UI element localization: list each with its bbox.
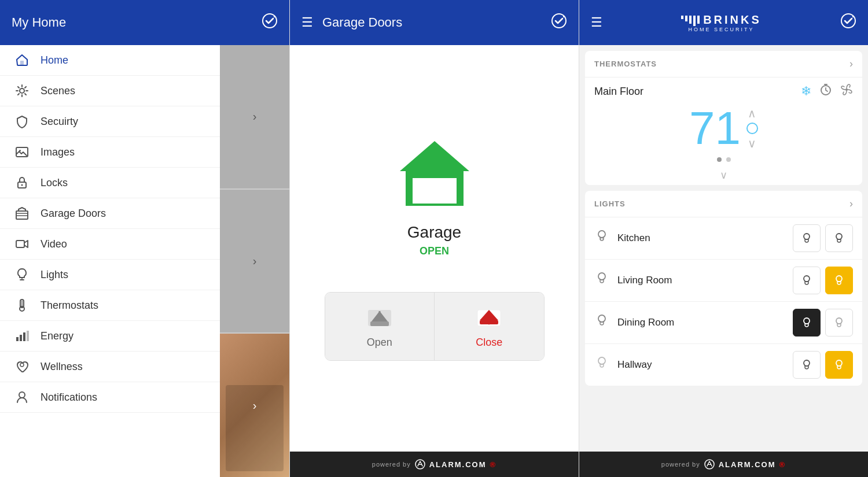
svg-point-54: [804, 234, 810, 239]
svg-line-11: [18, 94, 19, 95]
sidebar-item-home[interactable]: Home: [0, 45, 220, 76]
svg-line-9: [25, 94, 26, 95]
garage-icon: [12, 206, 32, 220]
thermostats-icon: [12, 298, 32, 312]
svg-point-31: [552, 14, 566, 28]
svg-rect-26: [20, 335, 22, 341]
svg-point-30: [19, 392, 25, 398]
sidebar-item-thermostats[interactable]: Thermostats: [0, 290, 220, 321]
hallway-off-button[interactable]: [793, 351, 821, 379]
brinks-logo: BRINKS HOME SECURITY: [681, 13, 762, 32]
lights-section-header[interactable]: LIGHTS ›: [585, 191, 862, 217]
svg-rect-43: [480, 320, 498, 324]
light-name-kitchen: Kitchen: [617, 232, 650, 244]
sidebar-item-wellness[interactable]: Wellness: [0, 352, 220, 382]
bulb-icon-dining: [594, 313, 609, 332]
hamburger-icon[interactable]: ☰: [301, 15, 313, 30]
brinks-footer-brand-name: ALARM.COM: [719, 460, 776, 469]
garage-close-button[interactable]: Close: [435, 293, 544, 360]
svg-rect-16: [16, 211, 28, 219]
sidebar-item-energy-label: Energy: [41, 330, 73, 342]
sidebar-item-lights[interactable]: Lights: [0, 260, 220, 290]
svg-point-0: [263, 14, 277, 28]
sidebar-item-energy[interactable]: Energy: [0, 321, 220, 352]
brinks-status-icon[interactable]: [840, 13, 856, 32]
garage-buttons: Open Close: [325, 292, 545, 361]
hallway-on-button[interactable]: [825, 351, 853, 379]
light-btns-kitchen: [793, 224, 853, 252]
brinks-name: BRINKS: [703, 13, 762, 27]
svg-rect-19: [16, 241, 24, 247]
light-btns-hallway: [793, 351, 853, 379]
lights-card: LIGHTS › Kitchen: [585, 191, 862, 386]
panel-myhome: My Home Home: [0, 0, 289, 477]
thermostats-section-title: THERMOSTATS: [594, 60, 657, 68]
timer-icon[interactable]: [819, 83, 832, 99]
thermostats-section-header[interactable]: THERMOSTATS ›: [585, 51, 862, 77]
panel-garage: ☰ Garage Doors Garage OPEN: [289, 0, 579, 477]
light-btns-living: [793, 267, 853, 294]
sidebar-item-security-label: Secuirty: [41, 116, 78, 128]
living-on-button[interactable]: [825, 267, 853, 294]
svg-point-58: [836, 276, 842, 282]
wellness-icon: [12, 360, 32, 374]
thumbnail-3[interactable]: ›: [220, 334, 289, 477]
brinks-footer-registered: ®: [779, 460, 786, 469]
sidebar-content: Home Scenes: [0, 45, 289, 477]
lights-row-dining: Dining Room: [585, 302, 862, 344]
chevron-right-icon-3: ›: [253, 399, 257, 412]
sidebar-thumbnails: › › ›: [220, 45, 289, 477]
thermostat-card: THERMOSTATS › Main Floor ❄: [585, 51, 862, 185]
sidebar-item-garage[interactable]: Garage Doors: [0, 198, 220, 229]
footer-powered-by: powered by: [372, 461, 411, 468]
dining-on-button[interactable]: [825, 309, 853, 337]
sidebar-item-video-label: Video: [41, 238, 67, 250]
sidebar-item-video[interactable]: Video: [0, 229, 220, 260]
svg-point-15: [21, 184, 23, 186]
light-left-living: Living Room: [594, 271, 672, 290]
snowflake-icon[interactable]: ❄: [801, 84, 811, 99]
footer-brand: powered by ALARM.COM ®: [372, 458, 496, 470]
garage-status-icon[interactable]: [551, 13, 567, 32]
living-off-button[interactable]: [793, 267, 821, 294]
svg-marker-33: [400, 141, 469, 171]
sidebar-item-security[interactable]: Secuirty: [0, 106, 220, 137]
svg-point-57: [804, 276, 810, 282]
garage-footer: powered by ALARM.COM ®: [290, 452, 579, 477]
lights-icon: [12, 268, 32, 282]
video-icon: [12, 237, 32, 251]
lights-section-title: LIGHTS: [594, 199, 626, 208]
temp-down-button[interactable]: ∨: [748, 136, 756, 150]
sidebar-item-scenes[interactable]: Scenes: [0, 76, 220, 106]
garage-icon-wrapper: [394, 136, 475, 214]
garage-open-button[interactable]: Open: [325, 293, 435, 360]
svg-point-46: [841, 14, 855, 28]
kitchen-on-button[interactable]: [825, 224, 853, 252]
sidebar-item-thermostats-label: Thermostats: [41, 299, 98, 312]
footer-brand-name: ALARM.COM: [429, 460, 487, 469]
sidebar-item-notifications[interactable]: Notifications: [0, 382, 220, 413]
lights-chevron-icon: ›: [849, 198, 853, 210]
garage-header-left: ☰ Garage Doors: [301, 15, 402, 30]
thermostat-temperature: 71: [689, 105, 741, 151]
fan-icon[interactable]: [840, 83, 853, 99]
sidebar-item-locks[interactable]: Locks: [0, 168, 220, 198]
light-left-hallway: Hallway: [594, 356, 652, 374]
brinks-footer-brand: powered by ALARM.COM ®: [661, 458, 786, 470]
temp-up-button[interactable]: ∧: [748, 106, 756, 120]
kitchen-off-button[interactable]: [793, 224, 821, 252]
thumbnail-2[interactable]: ›: [220, 190, 289, 333]
garage-header-title: Garage Doors: [322, 15, 402, 30]
thermostat-row: Main Floor ❄: [585, 77, 862, 99]
alarmcom-logo-icon: [414, 458, 426, 470]
brinks-logo-row: BRINKS: [681, 13, 762, 27]
sidebar-item-images[interactable]: Images: [0, 137, 220, 168]
thermostat-expand-button[interactable]: ∨: [585, 165, 862, 185]
brinks-hamburger-icon[interactable]: ☰: [591, 15, 602, 30]
myhome-status-icon[interactable]: [262, 13, 278, 32]
garage-close-label: Close: [476, 337, 502, 349]
dining-off-button[interactable]: [793, 309, 821, 337]
chevron-right-icon-2: ›: [253, 254, 257, 268]
brinks-body: THERMOSTATS › Main Floor ❄: [579, 45, 868, 452]
thumbnail-1[interactable]: ›: [220, 45, 289, 188]
